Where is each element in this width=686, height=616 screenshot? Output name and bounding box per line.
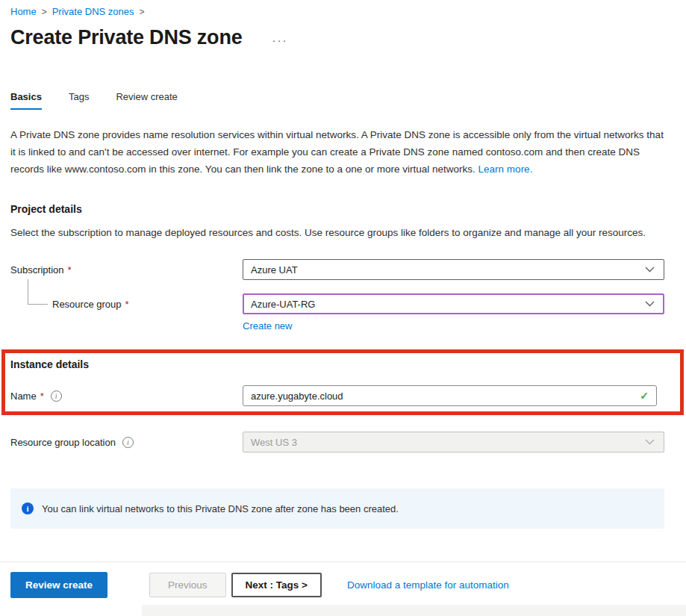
project-details-description: Select the subscription to manage deploy… — [10, 225, 664, 241]
resource-group-value: Azure-UAT-RG — [251, 299, 315, 310]
required-asterisk: * — [125, 299, 129, 310]
required-asterisk: * — [68, 264, 72, 276]
learn-more-link[interactable]: Learn more. — [478, 164, 533, 175]
instance-details-section: Instance details Name * i azure.yugabyte… — [10, 358, 664, 406]
create-new-row: Create new — [243, 320, 664, 332]
footer-action-bar: Review create Previous Next : Tags > Dow… — [0, 561, 686, 598]
location-label: Resource group location i — [10, 437, 243, 448]
breadcrumb-home-link[interactable]: Home — [10, 6, 37, 17]
resource-group-dropdown[interactable]: Azure-UAT-RG — [243, 293, 664, 314]
name-input[interactable]: azure.yugabyte.cloud ✓ — [243, 385, 657, 406]
location-label-text: Resource group location — [10, 437, 116, 448]
valid-check-icon: ✓ — [640, 390, 649, 402]
chevron-down-icon — [645, 439, 655, 445]
hierarchy-connector-line — [28, 279, 48, 305]
info-icon[interactable]: i — [51, 391, 62, 402]
intro-text: A Private DNS zone provides name resolut… — [10, 129, 664, 175]
info-banner-text: You can link virtual networks to this Pr… — [42, 503, 399, 514]
breadcrumb: Home > Private DNS zones > — [10, 6, 664, 17]
breadcrumb-separator-icon: > — [42, 7, 47, 17]
breadcrumb-separator-icon: > — [140, 7, 145, 17]
name-label: Name * i — [10, 391, 243, 402]
project-details-form: Subscription * Azure UAT Resource group … — [10, 259, 664, 332]
location-value: West US 3 — [251, 437, 297, 448]
info-icon[interactable]: i — [122, 437, 134, 448]
name-row: Name * i azure.yugabyte.cloud ✓ — [10, 385, 664, 406]
project-details-heading: Project details — [10, 203, 664, 215]
name-value: azure.yugabyte.cloud — [251, 391, 343, 402]
review-create-button[interactable]: Review create — [10, 572, 107, 598]
info-banner: i You can link virtual networks to this … — [10, 488, 664, 529]
page-title: Create Private DNS zone — [10, 26, 243, 49]
tab-bar: Basics Tags Review create — [10, 91, 664, 110]
create-new-link[interactable]: Create new — [243, 320, 292, 332]
location-row: Resource group location i West US 3 — [10, 432, 664, 452]
location-dropdown-disabled: West US 3 — [243, 432, 664, 452]
instance-details-heading: Instance details — [10, 358, 664, 370]
tab-basics[interactable]: Basics — [10, 91, 42, 110]
download-template-link[interactable]: Download a template for automation — [347, 579, 509, 591]
name-label-text: Name — [10, 391, 37, 402]
resource-group-label-text: Resource group — [52, 299, 122, 310]
chevron-down-icon — [645, 301, 655, 307]
subscription-row: Subscription * Azure UAT — [10, 259, 664, 280]
create-private-dns-zone-page: Home > Private DNS zones > Create Privat… — [0, 0, 686, 529]
next-tags-button[interactable]: Next : Tags > — [231, 573, 322, 597]
subscription-label: Subscription * — [10, 264, 243, 276]
tab-tags[interactable]: Tags — [69, 91, 89, 110]
previous-button: Previous — [149, 573, 226, 597]
required-asterisk: * — [40, 391, 44, 402]
breadcrumb-private-dns-zones-link[interactable]: Private DNS zones — [52, 6, 134, 17]
intro-description: A Private DNS zone provides name resolut… — [10, 126, 664, 178]
info-banner-icon: i — [22, 503, 34, 514]
subscription-value: Azure UAT — [251, 264, 298, 276]
chevron-down-icon — [645, 267, 655, 273]
bottom-edge-strip — [142, 605, 686, 616]
tab-review-create[interactable]: Review create — [116, 91, 177, 110]
title-row: Create Private DNS zone ··· — [10, 26, 664, 49]
subscription-label-text: Subscription — [10, 264, 64, 276]
more-options-icon[interactable]: ··· — [272, 34, 288, 46]
resource-group-row: Resource group * Azure-UAT-RG — [10, 293, 664, 314]
subscription-dropdown[interactable]: Azure UAT — [243, 259, 664, 280]
